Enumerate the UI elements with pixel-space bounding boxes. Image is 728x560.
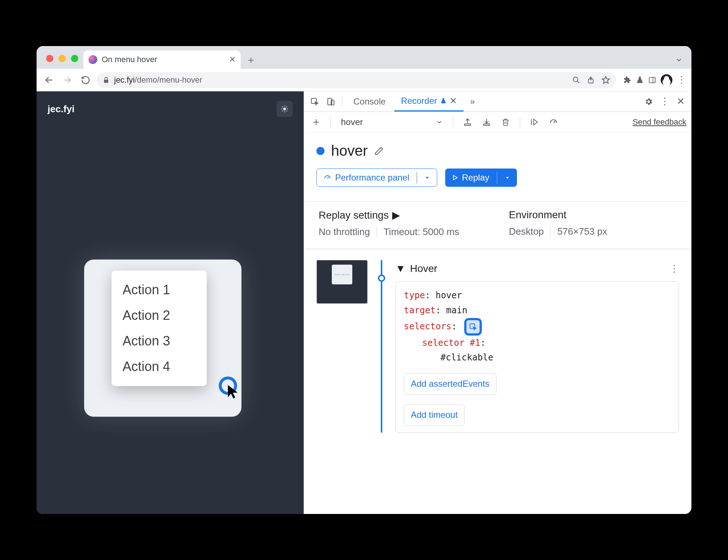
add-recording-button[interactable]: ＋ <box>309 115 323 129</box>
svg-marker-6 <box>602 76 609 83</box>
close-tab-button[interactable]: ✕ <box>229 55 236 64</box>
recording-name: hover <box>341 117 363 127</box>
inspect-element-icon[interactable] <box>308 95 322 109</box>
button-label: Replay <box>462 173 489 183</box>
svg-line-14 <box>282 106 283 107</box>
share-icon[interactable] <box>587 76 595 84</box>
step-play-icon[interactable] <box>528 115 541 129</box>
svg-line-24 <box>327 177 329 178</box>
browser-window: On menu hover ✕ ＋ jec.fyi/demo/menu-hove… <box>37 46 691 514</box>
recording-select[interactable]: hover <box>338 117 446 127</box>
import-icon[interactable] <box>480 115 494 129</box>
device-toolbar-icon[interactable] <box>324 95 338 109</box>
recording-title: hover <box>331 143 368 159</box>
edit-title-icon[interactable] <box>374 146 384 156</box>
code-key: selector #1 <box>422 338 480 348</box>
devtools-tabbar: Console Recorder ✕ » ⋮ ✕ <box>304 91 691 112</box>
content-area: jec.fyi H e! Action 1 Action 2 Action 3 … <box>37 91 691 514</box>
speed-icon[interactable] <box>547 115 560 129</box>
environment-header: Environment <box>509 209 607 221</box>
svg-line-4 <box>577 81 579 83</box>
collapse-icon[interactable]: ▼ <box>395 263 406 275</box>
chevron-right-icon: ▶ <box>392 209 400 221</box>
menu-item[interactable]: Action 4 <box>112 354 207 379</box>
tab-label: Console <box>353 97 386 107</box>
svg-point-9 <box>283 107 286 110</box>
settings-icon[interactable] <box>642 95 656 109</box>
chevron-down-icon[interactable] <box>501 175 510 181</box>
sidepanel-icon[interactable] <box>648 76 656 84</box>
add-timeout-button[interactable]: Add timeout <box>404 404 465 426</box>
step-detail-panel: type: hover target: main selectors: <box>395 281 679 433</box>
timeline-rail <box>381 260 382 433</box>
svg-rect-21 <box>465 124 470 125</box>
rendered-page: jec.fyi H e! Action 1 Action 2 Action 3 … <box>37 91 304 514</box>
theme-toggle-button[interactable] <box>277 101 293 117</box>
send-feedback-link[interactable]: Send feedback <box>633 117 686 127</box>
replay-settings-strip: Replay settings ▶ No throttling Timeout:… <box>304 201 691 249</box>
chevron-down-icon[interactable] <box>421 175 430 181</box>
svg-line-17 <box>286 106 287 107</box>
timeline: Hover over this! ▼ Hover ⋮ type <box>316 256 679 433</box>
forward-button[interactable] <box>60 73 75 87</box>
throttling-value: No throttling <box>319 226 370 238</box>
replay-button[interactable]: Replay <box>445 169 517 187</box>
step-header[interactable]: ▼ Hover ⋮ <box>395 260 679 281</box>
devtools-panel: Console Recorder ✕ » ⋮ ✕ ＋ <box>304 91 691 514</box>
labs-icon[interactable] <box>636 76 644 84</box>
menu-item[interactable]: Action 3 <box>112 328 207 354</box>
reload-button[interactable] <box>78 73 93 87</box>
favicon-icon <box>89 55 97 64</box>
menu-item[interactable]: Action 1 <box>112 277 207 303</box>
gauge-icon <box>323 174 331 182</box>
zoom-icon[interactable] <box>572 76 580 84</box>
tab-console[interactable]: Console <box>347 91 392 111</box>
click-indicator-icon <box>219 377 237 395</box>
address-bar[interactable]: jec.fyi/demo/menu-hover <box>97 72 616 88</box>
device-value: Desktop <box>509 226 544 237</box>
performance-panel-button[interactable]: Performance panel <box>316 169 437 187</box>
extensions-icon[interactable] <box>623 76 631 84</box>
profile-avatar[interactable] <box>661 74 672 86</box>
chevron-down-icon <box>436 119 443 125</box>
close-window-button[interactable] <box>46 55 53 62</box>
more-tabs-icon[interactable]: » <box>466 95 480 109</box>
close-tab-icon[interactable]: ✕ <box>450 96 457 106</box>
selector-picker-button[interactable] <box>464 318 482 336</box>
svg-marker-26 <box>453 175 457 180</box>
back-button[interactable] <box>42 73 56 87</box>
kebab-menu-icon[interactable]: ⋮ <box>658 95 672 109</box>
step: ▼ Hover ⋮ type: hover target: main <box>395 260 679 433</box>
tab-title: On menu hover <box>102 55 225 64</box>
svg-marker-25 <box>426 177 429 179</box>
export-icon[interactable] <box>461 115 474 129</box>
tab-strip: On menu hover ✕ ＋ <box>37 46 691 69</box>
new-tab-button[interactable]: ＋ <box>244 53 258 67</box>
menu-item[interactable]: Action 2 <box>112 303 207 328</box>
step-thumbnail[interactable]: Hover over this! <box>316 260 368 304</box>
settings-head-label: Replay settings <box>319 209 389 221</box>
code-val: hover <box>436 290 462 300</box>
tab-recorder[interactable]: Recorder ✕ <box>394 91 464 111</box>
svg-line-15 <box>286 111 287 111</box>
close-devtools-icon[interactable]: ✕ <box>674 95 688 109</box>
add-asserted-events-button[interactable]: Add assertedEvents <box>404 373 496 395</box>
tabs-overflow-button[interactable] <box>675 56 683 64</box>
code-key: selectors <box>404 321 451 332</box>
bookmark-icon[interactable] <box>601 76 610 84</box>
url-path: /demo/menu-hover <box>135 75 202 84</box>
recorder-body: hover Performance panel Replay <box>304 132 691 514</box>
recording-status-dot-icon <box>316 147 324 155</box>
toolbar: jec.fyi/demo/menu-hover ⋮ <box>37 69 691 91</box>
replay-settings-header[interactable]: Replay settings ▶ <box>319 209 509 221</box>
step-more-icon[interactable]: ⋮ <box>669 263 679 275</box>
svg-marker-27 <box>506 177 509 179</box>
button-label: Performance panel <box>335 173 409 183</box>
menu-icon[interactable]: ⋮ <box>677 74 686 86</box>
browser-tab[interactable]: On menu hover ✕ <box>83 50 241 69</box>
code-key: target <box>404 305 436 315</box>
svg-rect-22 <box>484 124 489 125</box>
minimize-window-button[interactable] <box>59 55 66 62</box>
delete-icon[interactable] <box>499 115 513 129</box>
maximize-window-button[interactable] <box>71 55 78 62</box>
